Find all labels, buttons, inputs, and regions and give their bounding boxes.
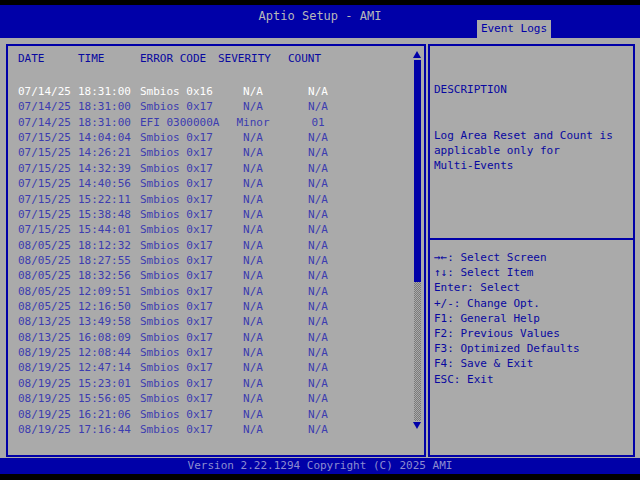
event-log-row[interactable]: 07/15/2514:04:04Smbios 0x17N/AN/A <box>8 130 410 145</box>
bios-setup-screen: Aptio Setup - AMI Event Logs DATETIMEERR… <box>0 0 640 480</box>
event-log-row[interactable]: 08/05/2518:27:55Smbios 0x17N/AN/A <box>8 253 410 268</box>
event-log-row[interactable]: 08/19/2516:21:06Smbios 0x17N/AN/A <box>8 407 410 422</box>
cell-error-code: Smbios 0x17 <box>140 99 218 114</box>
key-legend-item: F3: Optimized Defaults <box>434 341 631 356</box>
cell-date: 08/13/25 <box>18 330 78 345</box>
event-log-row[interactable]: 07/15/2514:32:39Smbios 0x17N/AN/A <box>8 161 410 176</box>
event-log-row[interactable]: 08/19/2512:47:14Smbios 0x17N/AN/A <box>8 360 410 375</box>
scroll-down-icon[interactable] <box>413 422 421 429</box>
help-panel: DESCRIPTION Log Area Reset and Count isa… <box>428 44 635 457</box>
event-log-row[interactable]: 07/15/2515:38:48Smbios 0x17N/AN/A <box>8 207 410 222</box>
event-log-list: 07/14/2518:31:00Smbios 0x16N/AN/A 07/14/… <box>8 84 410 437</box>
cell-date: 08/19/25 <box>18 376 78 391</box>
description-title: DESCRIPTION <box>434 82 630 97</box>
cell-date: 07/15/25 <box>18 130 78 145</box>
cell-time: 13:49:58 <box>78 314 140 329</box>
cell-count: N/A <box>288 314 348 329</box>
cell-count: N/A <box>288 145 348 160</box>
cell-time: 16:08:09 <box>78 330 140 345</box>
key-legend-item: F2: Previous Values <box>434 326 631 341</box>
cell-time: 18:31:00 <box>78 99 140 114</box>
event-log-row[interactable]: 08/05/2518:12:32Smbios 0x17N/AN/A <box>8 238 410 253</box>
cell-error-code: Smbios 0x17 <box>140 345 218 360</box>
tab-event-logs[interactable]: Event Logs <box>477 20 551 38</box>
event-log-row[interactable]: 08/19/2517:16:44Smbios 0x17N/AN/A <box>8 422 410 437</box>
cell-error-code: Smbios 0x17 <box>140 253 218 268</box>
cell-count: N/A <box>288 391 348 406</box>
description-text: Log Area Reset and Count isapplicable on… <box>434 128 630 174</box>
key-legend-item: →←: Select Screen <box>434 250 631 265</box>
cell-error-code: Smbios 0x17 <box>140 238 218 253</box>
scrollbar[interactable] <box>413 51 421 429</box>
cell-count: N/A <box>288 345 348 360</box>
cell-time: 14:26:21 <box>78 145 140 160</box>
event-log-row[interactable]: 08/05/2512:16:50Smbios 0x17N/AN/A <box>8 299 410 314</box>
cell-date: 07/14/25 <box>18 84 78 99</box>
event-log-row[interactable]: 07/15/2515:22:11Smbios 0x17N/AN/A <box>8 192 410 207</box>
event-log-row[interactable]: 07/14/2518:31:00Smbios 0x17N/AN/A <box>8 99 410 114</box>
cell-time: 12:47:14 <box>78 360 140 375</box>
event-log-row[interactable]: 08/19/2515:23:01Smbios 0x17N/AN/A <box>8 376 410 391</box>
cell-time: 15:22:11 <box>78 192 140 207</box>
cell-severity: N/A <box>218 84 288 99</box>
scrollbar-thumb[interactable] <box>414 60 421 282</box>
cell-severity: N/A <box>218 99 288 114</box>
cell-count: 01 <box>288 115 348 130</box>
cell-count: N/A <box>288 238 348 253</box>
cell-error-code: Smbios 0x17 <box>140 161 218 176</box>
event-log-row[interactable]: 07/15/2515:44:01Smbios 0x17N/AN/A <box>8 222 410 237</box>
cell-severity: N/A <box>218 161 288 176</box>
column-header-error: ERROR CODE <box>140 52 218 65</box>
cell-error-code: Smbios 0x17 <box>140 284 218 299</box>
column-header-severity: SEVERITY <box>218 52 288 65</box>
main-area: DATETIMEERROR CODESEVERITYCOUNT 07/14/25… <box>0 38 640 458</box>
cell-error-code: Smbios 0x17 <box>140 192 218 207</box>
scroll-up-icon[interactable] <box>413 51 421 58</box>
event-log-row[interactable]: 08/13/2516:08:09Smbios 0x17N/AN/A <box>8 330 410 345</box>
cell-time: 17:16:44 <box>78 422 140 437</box>
cell-severity: N/A <box>218 207 288 222</box>
event-log-row[interactable]: 08/05/2512:09:51Smbios 0x17N/AN/A <box>8 284 410 299</box>
cell-error-code: EFI 0300000A <box>140 115 218 130</box>
event-log-row[interactable]: 08/13/2513:49:58Smbios 0x17N/AN/A <box>8 314 410 329</box>
description-block: DESCRIPTION Log Area Reset and Count isa… <box>434 52 630 204</box>
cell-severity: N/A <box>218 176 288 191</box>
cell-error-code: Smbios 0x17 <box>140 222 218 237</box>
key-legend-item: F4: Save & Exit <box>434 356 631 371</box>
cell-count: N/A <box>288 284 348 299</box>
cell-error-code: Smbios 0x17 <box>140 130 218 145</box>
key-legend-item: F1: General Help <box>434 311 631 326</box>
event-log-row[interactable]: 08/19/2512:08:44Smbios 0x17N/AN/A <box>8 345 410 360</box>
cell-time: 14:04:04 <box>78 130 140 145</box>
event-log-row[interactable]: 07/14/2518:31:00EFI 0300000AMinor01 <box>8 115 410 130</box>
event-log-row[interactable]: 08/19/2515:56:05Smbios 0x17N/AN/A <box>8 391 410 406</box>
cell-time: 15:23:01 <box>78 376 140 391</box>
cell-date: 08/19/25 <box>18 345 78 360</box>
cell-severity: N/A <box>218 299 288 314</box>
key-legend-item: ↑↓: Select Item <box>434 265 631 280</box>
cell-date: 07/14/25 <box>18 99 78 114</box>
event-log-row[interactable]: 07/15/2514:40:56Smbios 0x17N/AN/A <box>8 176 410 191</box>
cell-date: 08/13/25 <box>18 314 78 329</box>
scrollbar-track[interactable] <box>414 282 421 421</box>
cell-error-code: Smbios 0x17 <box>140 314 218 329</box>
description-line: Log Area Reset and Count is <box>434 128 630 143</box>
cell-severity: N/A <box>218 130 288 145</box>
cell-severity: N/A <box>218 391 288 406</box>
cell-severity: N/A <box>218 314 288 329</box>
cell-date: 08/05/25 <box>18 238 78 253</box>
cell-error-code: Smbios 0x17 <box>140 360 218 375</box>
cell-date: 08/19/25 <box>18 360 78 375</box>
description-line: Multi-Events <box>434 158 630 173</box>
cell-error-code: Smbios 0x16 <box>140 84 218 99</box>
event-log-row[interactable]: 08/05/2518:32:56Smbios 0x17N/AN/A <box>8 268 410 283</box>
cell-error-code: Smbios 0x17 <box>140 407 218 422</box>
cell-count: N/A <box>288 176 348 191</box>
cell-time: 12:08:44 <box>78 345 140 360</box>
cell-error-code: Smbios 0x17 <box>140 207 218 222</box>
cell-date: 07/15/25 <box>18 161 78 176</box>
cell-severity: N/A <box>218 376 288 391</box>
cell-count: N/A <box>288 161 348 176</box>
event-log-row[interactable]: 07/14/2518:31:00Smbios 0x16N/AN/A <box>8 84 410 99</box>
event-log-row[interactable]: 07/15/2514:26:21Smbios 0x17N/AN/A <box>8 145 410 160</box>
